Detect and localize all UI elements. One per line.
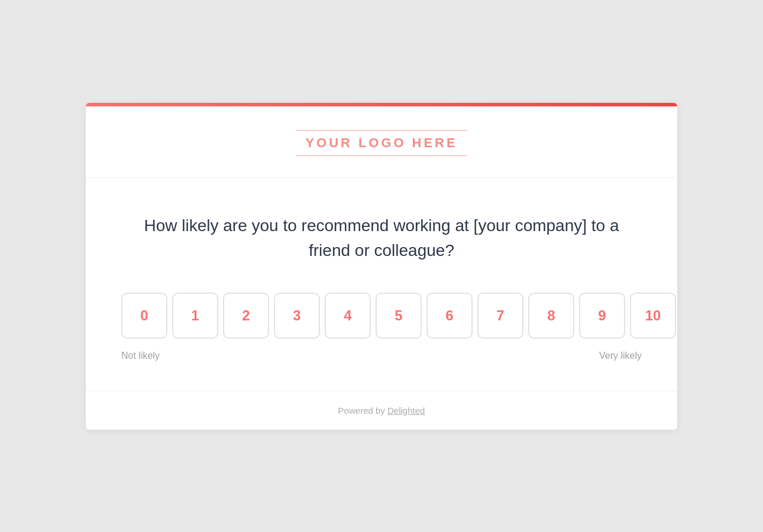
logo-placeholder: YOUR LOGO HERE <box>296 130 467 156</box>
scale-btn-7[interactable]: 7 <box>477 293 523 339</box>
scale-label-max: Very likely <box>599 351 642 361</box>
logo-line-top <box>296 130 467 131</box>
scale-label-min: Not likely <box>121 351 160 361</box>
delighted-link[interactable]: Delighted <box>387 406 425 416</box>
scale-container: 012345678910 Not likely Very likely <box>121 293 642 361</box>
scale-buttons: 012345678910 <box>121 293 642 339</box>
footer-section: Powered by Delighted <box>86 391 677 430</box>
survey-card: YOUR LOGO HERE How likely are you to rec… <box>86 103 677 430</box>
logo-line-bottom <box>296 155 467 156</box>
scale-btn-8[interactable]: 8 <box>528 293 574 339</box>
scale-btn-9[interactable]: 9 <box>579 293 625 339</box>
scale-btn-4[interactable]: 4 <box>325 293 371 339</box>
scale-btn-2[interactable]: 2 <box>223 293 269 339</box>
scale-btn-6[interactable]: 6 <box>426 293 473 339</box>
scale-labels: Not likely Very likely <box>121 351 642 361</box>
survey-body: How likely are you to recommend working … <box>86 178 677 391</box>
logo-text: YOUR LOGO HERE <box>305 135 457 151</box>
survey-question: How likely are you to recommend working … <box>121 213 642 263</box>
scale-btn-5[interactable]: 5 <box>376 293 422 339</box>
scale-btn-0[interactable]: 0 <box>121 293 167 339</box>
powered-by-text: Powered by Delighted <box>338 406 425 416</box>
scale-btn-3[interactable]: 3 <box>274 293 320 339</box>
scale-btn-1[interactable]: 1 <box>172 293 218 339</box>
logo-section: YOUR LOGO HERE <box>86 106 677 178</box>
scale-btn-10[interactable]: 10 <box>630 293 676 339</box>
